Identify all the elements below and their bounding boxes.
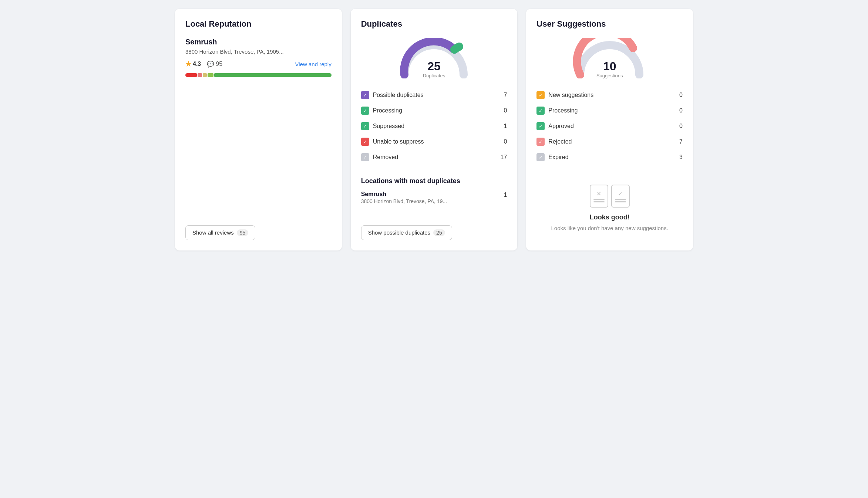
location-address: 3800 Horizon Blvd, Trevose, PA, 19...	[361, 198, 447, 204]
unable-icon: ✓	[361, 138, 369, 146]
star-icon: ★	[185, 60, 191, 68]
duplicates-gauge: 25 Duplicates	[361, 38, 507, 80]
stat-unable: ✓ Unable to suppress 0	[361, 134, 507, 149]
approved-label: Approved	[548, 123, 679, 129]
local-reputation-card: Local Reputation Semrush 3800 Horizon Bl…	[175, 9, 342, 250]
new-suggestions-icon: ✓	[536, 91, 545, 99]
docs-icon: ✕ ✓	[590, 185, 630, 208]
stat-processing: ✓ Processing 0	[361, 103, 507, 118]
approved-count: 0	[679, 123, 683, 129]
doc-approved: ✓	[611, 185, 630, 208]
doc-line-4	[615, 201, 626, 202]
location-info: Semrush 3800 Horizon Blvd, Trevose, PA, …	[361, 191, 447, 204]
removed-count: 17	[501, 154, 507, 161]
gauge-center: 25 Duplicates	[423, 60, 445, 78]
suggestions-gauge-wrapper: 10 Suggestions	[573, 38, 647, 78]
unable-label: Unable to suppress	[373, 138, 504, 145]
approved-icon: ✓	[536, 122, 545, 130]
suppressed-icon: ✓	[361, 122, 369, 130]
rejected-count: 7	[679, 138, 683, 145]
suppressed-label: Suppressed	[373, 123, 504, 129]
business-name: Semrush	[185, 38, 332, 46]
suggestions-gauge-center: 10 Suggestions	[596, 60, 623, 78]
bar-2	[198, 73, 202, 77]
empty-state: ✕ ✓ Looks good! Looks like you don't hav…	[536, 177, 683, 240]
empty-desc: Looks like you don't have any new sugges…	[551, 224, 668, 233]
check-doc-icon: ✓	[618, 190, 623, 197]
rating-star: ★ 4.3	[185, 60, 201, 68]
rating-row: ★ 4.3 💬 95 View and reply	[185, 60, 332, 68]
gauge-number: 25	[423, 60, 445, 72]
user-suggestions-card: User Suggestions 10 Suggestions ✓ New su…	[526, 9, 693, 250]
locations-title: Locations with most duplicates	[361, 177, 507, 185]
suggestions-processing-count: 0	[679, 107, 683, 114]
bar-1	[185, 73, 197, 77]
bar-5	[214, 73, 332, 77]
location-row: Semrush 3800 Horizon Blvd, Trevose, PA, …	[361, 191, 507, 204]
reviews-number: 95	[216, 61, 222, 67]
show-duplicates-badge: 25	[433, 229, 445, 236]
stat-removed: ✓ Removed 17	[361, 149, 507, 165]
suggestions-gauge-label: Suggestions	[596, 73, 623, 78]
duplicates-title: Duplicates	[361, 19, 507, 29]
show-duplicates-label: Show possible duplicates	[368, 229, 430, 236]
doc-line-3	[615, 199, 626, 200]
divider-2	[536, 171, 683, 171]
stat-suggestions-processing: ✓ Processing 0	[536, 103, 683, 118]
doc-rejected: ✕	[590, 185, 608, 208]
removed-icon: ✓	[361, 153, 369, 161]
expired-icon: ✓	[536, 153, 545, 161]
rating-value: 4.3	[193, 61, 201, 67]
processing-icon: ✓	[361, 107, 369, 115]
processing-count: 0	[504, 107, 507, 114]
new-suggestions-count: 0	[679, 92, 683, 98]
duplicates-card: Duplicates 25 Duplicates ✓	[351, 9, 518, 250]
suggestions-stats: ✓ New suggestions 0 ✓ Processing 0 ✓ App…	[536, 87, 683, 165]
chat-icon: 💬	[207, 61, 214, 68]
location-count: 1	[504, 191, 507, 198]
expired-label: Expired	[548, 154, 679, 161]
show-duplicates-button[interactable]: Show possible duplicates 25	[361, 225, 452, 240]
show-all-reviews-button[interactable]: Show all reviews 95	[185, 225, 255, 240]
show-all-reviews-badge: 95	[237, 229, 249, 236]
view-reply-link[interactable]: View and reply	[295, 61, 332, 67]
possible-duplicates-icon: ✓	[361, 91, 369, 99]
doc-line-1	[593, 199, 605, 200]
new-suggestions-label: New suggestions	[548, 92, 679, 98]
user-suggestions-title: User Suggestions	[536, 19, 683, 29]
suggestions-processing-icon: ✓	[536, 107, 545, 115]
suggestions-processing-label: Processing	[548, 107, 679, 114]
rating-bar	[185, 73, 332, 77]
doc-line-2	[593, 201, 605, 202]
stat-new-suggestions: ✓ New suggestions 0	[536, 87, 683, 103]
show-all-reviews-label: Show all reviews	[192, 229, 234, 236]
gauge-label: Duplicates	[423, 73, 445, 78]
removed-label: Removed	[373, 154, 501, 161]
dashboard: Local Reputation Semrush 3800 Horizon Bl…	[175, 9, 693, 250]
suppressed-count: 1	[504, 123, 507, 129]
stat-expired: ✓ Expired 3	[536, 149, 683, 165]
business-address: 3800 Horizon Blvd, Trevose, PA, 1905...	[185, 48, 332, 55]
processing-label: Processing	[373, 107, 504, 114]
location-name: Semrush	[361, 191, 447, 198]
suggestions-gauge: 10 Suggestions	[536, 38, 683, 80]
possible-duplicates-label: Possible duplicates	[373, 92, 504, 98]
stat-rejected: ✓ Rejected 7	[536, 134, 683, 149]
bar-4	[208, 73, 213, 77]
x-icon: ✕	[596, 190, 601, 197]
stat-possible-duplicates: ✓ Possible duplicates 7	[361, 87, 507, 103]
suggestions-gauge-number: 10	[596, 60, 623, 72]
empty-title: Looks good!	[590, 213, 630, 221]
rejected-icon: ✓	[536, 138, 545, 146]
stat-suppressed: ✓ Suppressed 1	[361, 118, 507, 134]
gauge-wrapper: 25 Duplicates	[397, 38, 471, 78]
stat-approved: ✓ Approved 0	[536, 118, 683, 134]
expired-count: 3	[679, 154, 683, 161]
possible-duplicates-count: 7	[504, 92, 507, 98]
rejected-label: Rejected	[548, 138, 679, 145]
duplicates-stats: ✓ Possible duplicates 7 ✓ Processing 0 ✓…	[361, 87, 507, 165]
bar-3	[203, 73, 207, 77]
reviews-count: 💬 95	[207, 61, 222, 68]
local-reputation-title: Local Reputation	[185, 19, 332, 29]
divider-1	[361, 171, 507, 171]
